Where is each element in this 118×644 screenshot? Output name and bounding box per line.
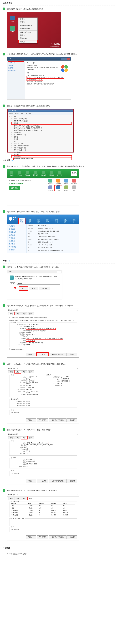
tree-ide[interactable]: IDE ATA/ATAPI 控制器 <box>11 120 71 122</box>
menu-file[interactable]: 文件(F) <box>9 112 13 114</box>
save-button[interactable]: 保存所有信息(S)... <box>49 536 66 539</box>
ld-tab-clean[interactable]: 清理优化 <box>54 218 60 224</box>
exit-button[interactable]: 退出(X) <box>67 536 77 539</box>
dx-tab-display[interactable]: 显示 <box>15 497 21 500</box>
dx-tab-sound[interactable]: 声音 <box>21 497 27 500</box>
ld-cat-gfx[interactable]: 显卡信息 <box>8 242 25 245</box>
help-button[interactable]: 帮助(H) <box>26 479 36 483</box>
ld-cat-power[interactable]: 功耗估算 <box>8 248 25 251</box>
speaker-icon[interactable] <box>8 260 10 262</box>
360-tab-repair[interactable]: 系统修复 <box>25 171 30 176</box>
dx-tab-display[interactable]: 显示 <box>15 370 21 373</box>
next-button[interactable]: 下一页(N) <box>37 536 48 539</box>
ok-button[interactable]: 确定 ➔ <box>19 287 28 290</box>
link-device-manager[interactable]: 设备管理器 <box>8 62 24 64</box>
save-button[interactable]: 保存所有信息(S)... <box>49 353 66 356</box>
min-button[interactable] <box>61 58 64 60</box>
tree-disk[interactable]: 磁盘驱动器 <box>11 132 71 134</box>
dx-tab-sound[interactable]: 声音 <box>21 312 27 315</box>
tree-sound[interactable]: 声音、视频和游戏控制器 <box>11 145 71 147</box>
ld-cat-cpu[interactable]: 处理器信息 <box>8 230 25 234</box>
close-button[interactable]: × <box>77 310 78 311</box>
360-tab-clinic[interactable]: 电脑门诊 <box>49 171 54 176</box>
tree-cpu-item[interactable]: Intel(R) Core(TM) i3-2120 CPU @ 3.30GHz <box>14 126 71 128</box>
exit-button[interactable]: 退出(X) <box>67 418 77 422</box>
menu-item-mapdrive[interactable]: 映射网络驱动器(N)... <box>18 24 37 27</box>
ld-tab-temp[interactable]: 温度监测 <box>27 218 34 224</box>
link-remote[interactable]: 远程设置 <box>8 64 24 67</box>
tree-ports[interactable]: 端口 (COM 和 LPT) <box>11 134 71 136</box>
ld-tab-game[interactable]: 游戏库 <box>71 218 77 224</box>
tree-cpu-item[interactable]: Intel(R) Core(TM) i3-2120 CPU @ 3.30GHz <box>14 128 71 130</box>
tool-speed[interactable]: 宽带测速器 <box>55 179 62 184</box>
ld-tab-hardware[interactable]: 硬件检测 <box>19 218 25 224</box>
360-avatar[interactable]: 360 <box>71 171 77 176</box>
360-scan-button[interactable]: 立即体检 <box>9 186 20 190</box>
tool-antihack[interactable]: 防黑加固 <box>63 179 69 184</box>
menu-item-rename[interactable]: 重命名(M) <box>18 37 37 40</box>
360-tab-clean[interactable]: 电脑清理 <box>33 171 38 176</box>
tree-display-adapters[interactable]: 显示适配器 <box>11 156 71 158</box>
ld-tab-driver[interactable]: 驱动管理 <box>45 218 52 224</box>
dx-tab-input[interactable]: 输入 <box>28 436 34 439</box>
browse-button[interactable]: 浏览(B)... <box>39 287 50 290</box>
menu-help[interactable]: 帮助(H) <box>26 112 31 114</box>
menu-item-delete[interactable]: 删除(D) <box>18 34 37 37</box>
run-input[interactable] <box>17 282 60 284</box>
dx-tab-system[interactable]: 系统 <box>8 497 14 500</box>
tree-dvd[interactable]: DVD/CD-ROM 驱动器 <box>11 118 71 120</box>
link-advanced[interactable]: 高级系统设置 <box>8 69 24 72</box>
dx-tab-system[interactable]: 系统 <box>8 436 14 439</box>
close-button[interactable]: × <box>77 434 78 435</box>
tool-taskmgr[interactable]: 任务管理 <box>63 186 69 191</box>
exit-button[interactable]: 退出(X) <box>67 353 77 356</box>
speaker-icon[interactable] <box>11 547 13 549</box>
dx-tab-input[interactable]: 输入 <box>28 370 34 373</box>
ld-cat-mem[interactable]: 内存信息 <box>8 236 25 240</box>
save-button[interactable]: 保存所有信息(S)... <box>49 479 66 483</box>
save-button[interactable]: 保存所有信息(S)... <box>49 418 66 422</box>
tree-sysdev[interactable]: 系统设备 <box>11 154 71 156</box>
menu-item-manage[interactable]: 管理(G) <box>18 20 37 24</box>
whql-checkbox[interactable] <box>9 348 11 350</box>
menu-action[interactable]: 操作(A) <box>15 112 19 114</box>
menu-item-shortcut[interactable]: 创建快捷方式(S) <box>18 31 37 34</box>
ld-cat-disk[interactable]: 硬盘信息 <box>8 240 25 242</box>
speaker-icon[interactable] <box>13 2 15 4</box>
next-button[interactable]: 下一页(N) <box>37 353 48 356</box>
360-tab-health[interactable]: 电脑体检 <box>9 171 14 176</box>
next-button[interactable]: 下一页(N) <box>37 479 48 483</box>
tool-phone[interactable]: 手机助手 <box>47 179 54 184</box>
tool-netopt[interactable]: 网络优化 <box>47 186 54 191</box>
close-button[interactable]: × <box>57 270 61 273</box>
tree-processors[interactable]: 处理器 <box>11 122 71 124</box>
tree-monitor[interactable]: 监视器 <box>11 138 71 140</box>
next-button[interactable]: 下一页(N) <box>37 418 48 422</box>
dx-tab-display[interactable]: 显示 <box>15 436 21 439</box>
tree-keyboard[interactable]: 键盘 <box>11 140 71 142</box>
tree-cpu-item[interactable]: Intel(R) Core(TM) i3-2120 CPU @ 3.30GHz <box>14 124 71 126</box>
360-tab-boost[interactable]: 优化加速 <box>41 171 46 176</box>
help-button[interactable]: 帮助(H) <box>26 418 36 422</box>
menu-view[interactable]: 查看(V) <box>20 112 25 114</box>
ld-cat-overview[interactable]: 电脑概览 <box>8 225 25 228</box>
360-tab-trojan[interactable]: 木马查杀 <box>17 171 22 176</box>
exit-button[interactable]: 退出(X) <box>67 479 77 483</box>
dx-tab-system[interactable]: 系统 <box>8 370 14 373</box>
cancel-button[interactable]: 取消 <box>29 287 38 290</box>
tool-netfix[interactable]: 断网急救箱 <box>71 179 77 184</box>
menu-item-properties[interactable]: 属性(R) <box>18 40 37 43</box>
close-button[interactable] <box>67 58 70 60</box>
ld-cat-health[interactable]: 硬件健康 <box>8 228 25 230</box>
dx-tab-system[interactable]: 系统 <box>8 312 14 315</box>
ld-cat-mon[interactable]: 显示器信息 <box>8 245 25 248</box>
help-button[interactable]: 帮助(H) <box>26 536 36 539</box>
tree-network[interactable]: 网络适配器 <box>11 151 71 154</box>
dx-tab-input[interactable]: 输入 <box>28 312 34 315</box>
ld-tab-install[interactable]: 装机必备 <box>62 218 69 224</box>
help-button[interactable]: 帮助(H) <box>26 353 36 356</box>
tree-hid[interactable]: 人体学输入设备 <box>11 142 71 145</box>
close-button[interactable]: × <box>77 368 78 369</box>
tool-ludashi[interactable]: 鲁大师 <box>55 186 62 191</box>
360-tab-softmgr[interactable]: 软件管家 <box>57 171 62 176</box>
